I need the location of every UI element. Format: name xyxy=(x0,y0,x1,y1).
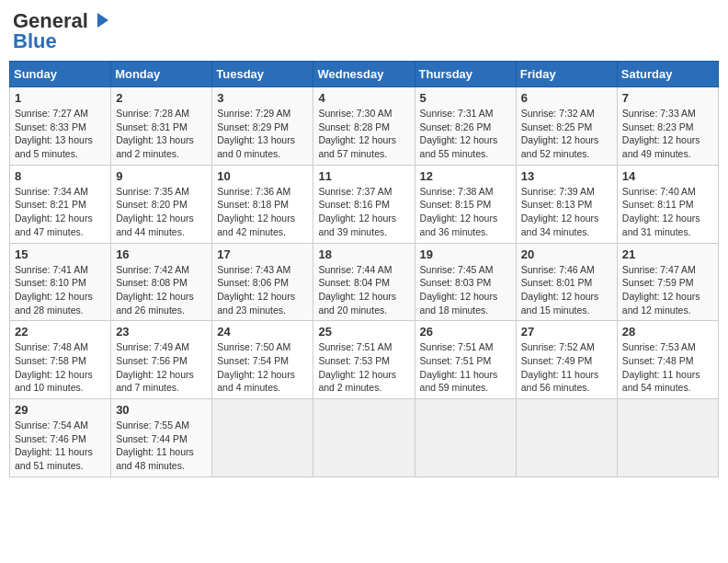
header-cell-tuesday: Tuesday xyxy=(212,62,313,87)
calendar-cell: 22Sunrise: 7:48 AMSunset: 7:58 PMDayligh… xyxy=(10,321,111,399)
day-number: 2 xyxy=(116,91,207,105)
day-info: Sunrise: 7:37 AMSunset: 8:16 PMDaylight:… xyxy=(318,185,409,239)
calendar-cell: 15Sunrise: 7:41 AMSunset: 8:10 PMDayligh… xyxy=(10,243,111,321)
day-number: 11 xyxy=(318,169,409,183)
day-number: 20 xyxy=(521,247,612,261)
day-number: 3 xyxy=(217,91,308,105)
day-number: 18 xyxy=(318,247,409,261)
calendar-cell: 2Sunrise: 7:28 AMSunset: 8:31 PMDaylight… xyxy=(111,87,212,166)
day-number: 28 xyxy=(622,325,713,339)
day-info: Sunrise: 7:45 AMSunset: 8:03 PMDaylight:… xyxy=(420,263,511,317)
calendar-cell: 28Sunrise: 7:53 AMSunset: 7:48 PMDayligh… xyxy=(617,321,718,399)
calendar-cell: 14Sunrise: 7:40 AMSunset: 8:11 PMDayligh… xyxy=(617,165,718,243)
calendar-cell: 26Sunrise: 7:51 AMSunset: 7:51 PMDayligh… xyxy=(415,321,516,399)
day-info: Sunrise: 7:54 AMSunset: 7:46 PMDaylight:… xyxy=(15,419,106,473)
page-header: General Blue xyxy=(9,9,719,53)
logo: General Blue xyxy=(13,9,110,53)
day-number: 8 xyxy=(15,169,106,183)
calendar-cell: 8Sunrise: 7:34 AMSunset: 8:21 PMDaylight… xyxy=(10,165,111,243)
day-info: Sunrise: 7:34 AMSunset: 8:21 PMDaylight:… xyxy=(15,185,106,239)
day-info: Sunrise: 7:31 AMSunset: 8:26 PMDaylight:… xyxy=(420,107,511,161)
day-info: Sunrise: 7:51 AMSunset: 7:53 PMDaylight:… xyxy=(318,340,409,395)
day-info: Sunrise: 7:27 AMSunset: 8:33 PMDaylight:… xyxy=(15,107,106,161)
day-info: Sunrise: 7:39 AMSunset: 8:13 PMDaylight:… xyxy=(521,185,612,239)
day-info: Sunrise: 7:48 AMSunset: 7:58 PMDaylight:… xyxy=(15,340,106,395)
day-number: 19 xyxy=(420,247,511,261)
day-number: 9 xyxy=(116,169,207,183)
calendar-cell: 1Sunrise: 7:27 AMSunset: 8:33 PMDaylight… xyxy=(10,87,111,166)
day-info: Sunrise: 7:28 AMSunset: 8:31 PMDaylight:… xyxy=(116,107,207,161)
header-cell-friday: Friday xyxy=(516,62,617,87)
day-number: 30 xyxy=(116,403,207,417)
calendar-cell: 11Sunrise: 7:37 AMSunset: 8:16 PMDayligh… xyxy=(313,165,415,243)
header-cell-monday: Monday xyxy=(111,62,212,87)
calendar-cell: 29Sunrise: 7:54 AMSunset: 7:46 PMDayligh… xyxy=(10,399,111,477)
calendar-table: SundayMondayTuesdayWednesdayThursdayFrid… xyxy=(9,61,719,477)
day-number: 24 xyxy=(217,325,308,339)
day-number: 6 xyxy=(521,91,612,105)
day-number: 21 xyxy=(622,247,713,261)
calendar-cell xyxy=(212,399,313,477)
day-info: Sunrise: 7:30 AMSunset: 8:28 PMDaylight:… xyxy=(318,107,409,161)
day-info: Sunrise: 7:52 AMSunset: 7:49 PMDaylight:… xyxy=(521,340,612,395)
header-cell-sunday: Sunday xyxy=(10,62,111,87)
svg-marker-0 xyxy=(97,13,108,28)
day-number: 22 xyxy=(15,325,106,339)
calendar-cell: 17Sunrise: 7:43 AMSunset: 8:06 PMDayligh… xyxy=(212,243,313,321)
day-number: 23 xyxy=(116,325,207,339)
header-cell-thursday: Thursday xyxy=(415,62,516,87)
day-number: 26 xyxy=(420,325,511,339)
day-info: Sunrise: 7:50 AMSunset: 7:54 PMDaylight:… xyxy=(217,340,308,395)
calendar-cell: 18Sunrise: 7:44 AMSunset: 8:04 PMDayligh… xyxy=(313,243,415,321)
calendar-week-1: 1Sunrise: 7:27 AMSunset: 8:33 PMDaylight… xyxy=(10,87,719,166)
calendar-cell: 21Sunrise: 7:47 AMSunset: 7:59 PMDayligh… xyxy=(617,243,718,321)
calendar-week-5: 29Sunrise: 7:54 AMSunset: 7:46 PMDayligh… xyxy=(10,399,719,477)
calendar-cell: 23Sunrise: 7:49 AMSunset: 7:56 PMDayligh… xyxy=(111,321,212,399)
calendar-cell: 7Sunrise: 7:33 AMSunset: 8:23 PMDaylight… xyxy=(617,87,718,166)
day-number: 7 xyxy=(622,91,713,105)
day-number: 17 xyxy=(217,247,308,261)
day-number: 16 xyxy=(116,247,207,261)
day-info: Sunrise: 7:49 AMSunset: 7:56 PMDaylight:… xyxy=(116,340,207,395)
calendar-cell xyxy=(516,399,617,477)
calendar-cell xyxy=(415,399,516,477)
day-number: 13 xyxy=(521,169,612,183)
day-info: Sunrise: 7:41 AMSunset: 8:10 PMDaylight:… xyxy=(15,263,106,317)
day-info: Sunrise: 7:42 AMSunset: 8:08 PMDaylight:… xyxy=(116,263,207,317)
day-info: Sunrise: 7:29 AMSunset: 8:29 PMDaylight:… xyxy=(217,107,308,161)
day-info: Sunrise: 7:46 AMSunset: 8:01 PMDaylight:… xyxy=(521,263,612,317)
day-info: Sunrise: 7:32 AMSunset: 8:25 PMDaylight:… xyxy=(521,107,612,161)
day-info: Sunrise: 7:33 AMSunset: 8:23 PMDaylight:… xyxy=(622,107,713,161)
day-number: 4 xyxy=(318,91,409,105)
calendar-week-3: 15Sunrise: 7:41 AMSunset: 8:10 PMDayligh… xyxy=(10,243,719,321)
calendar-cell: 27Sunrise: 7:52 AMSunset: 7:49 PMDayligh… xyxy=(516,321,617,399)
day-number: 15 xyxy=(15,247,106,261)
day-info: Sunrise: 7:43 AMSunset: 8:06 PMDaylight:… xyxy=(217,263,308,317)
header-row: SundayMondayTuesdayWednesdayThursdayFrid… xyxy=(10,62,719,87)
day-number: 29 xyxy=(15,403,106,417)
header-cell-wednesday: Wednesday xyxy=(313,62,415,87)
calendar-cell: 20Sunrise: 7:46 AMSunset: 8:01 PMDayligh… xyxy=(516,243,617,321)
calendar-cell: 30Sunrise: 7:55 AMSunset: 7:44 PMDayligh… xyxy=(111,399,212,477)
day-info: Sunrise: 7:47 AMSunset: 7:59 PMDaylight:… xyxy=(622,263,713,317)
calendar-cell: 9Sunrise: 7:35 AMSunset: 8:20 PMDaylight… xyxy=(111,165,212,243)
calendar-cell xyxy=(617,399,718,477)
calendar-week-2: 8Sunrise: 7:34 AMSunset: 8:21 PMDaylight… xyxy=(10,165,719,243)
day-number: 14 xyxy=(622,169,713,183)
header-cell-saturday: Saturday xyxy=(617,62,718,87)
calendar-cell: 5Sunrise: 7:31 AMSunset: 8:26 PMDaylight… xyxy=(415,87,516,166)
calendar-cell: 6Sunrise: 7:32 AMSunset: 8:25 PMDaylight… xyxy=(516,87,617,166)
calendar-cell: 13Sunrise: 7:39 AMSunset: 8:13 PMDayligh… xyxy=(516,165,617,243)
calendar-cell: 10Sunrise: 7:36 AMSunset: 8:18 PMDayligh… xyxy=(212,165,313,243)
day-info: Sunrise: 7:51 AMSunset: 7:51 PMDaylight:… xyxy=(420,340,511,395)
day-info: Sunrise: 7:36 AMSunset: 8:18 PMDaylight:… xyxy=(217,185,308,239)
day-number: 10 xyxy=(217,169,308,183)
day-info: Sunrise: 7:38 AMSunset: 8:15 PMDaylight:… xyxy=(420,185,511,239)
calendar-cell: 4Sunrise: 7:30 AMSunset: 8:28 PMDaylight… xyxy=(313,87,415,166)
calendar-cell: 12Sunrise: 7:38 AMSunset: 8:15 PMDayligh… xyxy=(415,165,516,243)
calendar-cell: 16Sunrise: 7:42 AMSunset: 8:08 PMDayligh… xyxy=(111,243,212,321)
logo-icon xyxy=(90,11,110,31)
day-info: Sunrise: 7:40 AMSunset: 8:11 PMDaylight:… xyxy=(622,185,713,239)
calendar-cell: 24Sunrise: 7:50 AMSunset: 7:54 PMDayligh… xyxy=(212,321,313,399)
calendar-cell: 3Sunrise: 7:29 AMSunset: 8:29 PMDaylight… xyxy=(212,87,313,166)
